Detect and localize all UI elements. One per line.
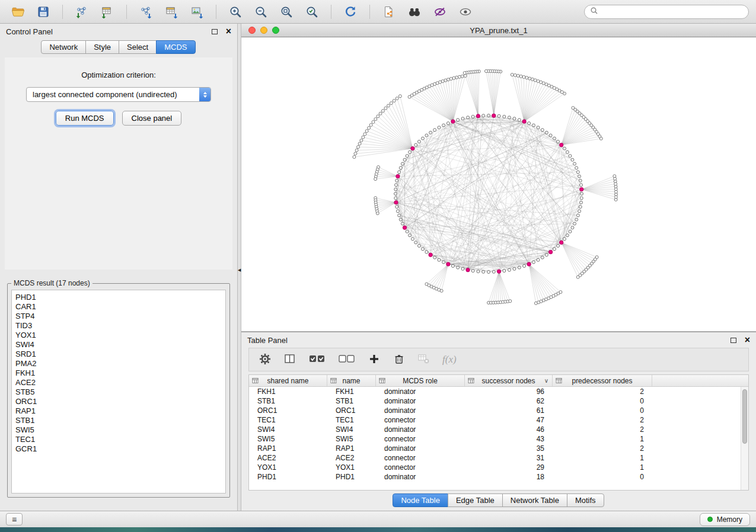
mcds-result-item[interactable]: SWI5 (15, 425, 222, 435)
table-cell[interactable]: STB1 (249, 397, 327, 405)
network-node[interactable] (613, 175, 616, 178)
mcds-result-item[interactable]: YOX1 (15, 331, 222, 340)
network-node[interactable] (457, 266, 460, 269)
table-cell[interactable]: 1 (553, 435, 652, 443)
network-node[interactable] (396, 210, 399, 213)
network-node[interactable] (401, 222, 404, 225)
network-node[interactable] (573, 162, 576, 165)
sort-indicator-icon[interactable]: ∨ (544, 377, 548, 384)
network-node[interactable] (429, 131, 432, 134)
table-cell[interactable]: connector (376, 454, 465, 462)
network-node[interactable] (442, 261, 445, 264)
table-cell[interactable]: RAP1 (249, 444, 327, 453)
network-node[interactable] (580, 184, 583, 187)
network-node[interactable] (369, 123, 372, 126)
mcds-dominator-node[interactable] (560, 241, 563, 244)
network-node[interactable] (508, 116, 511, 119)
network-node[interactable] (455, 76, 458, 79)
network-node[interactable] (376, 212, 379, 215)
table-cell[interactable]: connector (376, 416, 465, 424)
function-builder-button[interactable]: f(x) (442, 354, 457, 366)
mcds-dominator-node[interactable] (560, 143, 563, 146)
zoom-out-button[interactable] (250, 2, 272, 21)
network-node[interactable] (414, 241, 417, 244)
table-cell[interactable]: ORC1 (249, 406, 327, 415)
import-network-button[interactable] (71, 2, 92, 21)
add-column-button[interactable] (368, 352, 381, 367)
mcds-result-item[interactable]: ORC1 (15, 397, 222, 406)
network-node[interactable] (433, 256, 436, 259)
network-node[interactable] (461, 75, 464, 78)
network-node[interactable] (442, 124, 445, 127)
mcds-dominator-node[interactable] (396, 174, 400, 178)
column-visibility-button[interactable] (283, 352, 296, 367)
mcds-result-item[interactable]: STB5 (15, 387, 222, 397)
splitter-collapse-icon[interactable]: ◀ (238, 268, 241, 273)
network-node[interactable] (411, 238, 414, 241)
network-node[interactable] (541, 129, 544, 132)
network-node[interactable] (578, 175, 581, 178)
table-row[interactable]: SWI4SWI4dominator462 (249, 425, 748, 434)
network-node[interactable] (363, 133, 366, 136)
network-node[interactable] (401, 162, 404, 165)
tab-edge-table[interactable]: Edge Table (448, 493, 503, 507)
tab-mcds[interactable]: MCDS (156, 40, 195, 54)
network-node[interactable] (553, 137, 556, 140)
network-share-button[interactable] (378, 2, 400, 21)
network-node[interactable] (438, 258, 441, 261)
network-node[interactable] (482, 114, 485, 117)
network-node[interactable] (484, 70, 487, 73)
network-node[interactable] (403, 158, 406, 161)
mcds-result-item[interactable]: FKH1 (15, 368, 222, 378)
table-cell[interactable]: 35 (465, 444, 553, 453)
delete-table-button[interactable] (417, 352, 430, 367)
scrollbar-thumb[interactable] (742, 389, 747, 444)
table-cell[interactable]: 2 (553, 387, 652, 396)
table-cell[interactable]: YOX1 (249, 463, 327, 472)
network-node[interactable] (433, 129, 436, 132)
network-node[interactable] (497, 114, 500, 117)
tab-select[interactable]: Select (119, 40, 157, 54)
table-cell[interactable]: 0 (553, 397, 652, 405)
mcds-result-item[interactable]: TID3 (15, 321, 222, 331)
mcds-dominator-node[interactable] (446, 262, 450, 266)
network-node[interactable] (440, 289, 443, 292)
network-node[interactable] (451, 264, 454, 267)
mcds-dominator-node[interactable] (580, 187, 583, 191)
close-table-panel-icon[interactable]: × (745, 335, 750, 345)
network-node[interactable] (394, 197, 397, 200)
network-node[interactable] (461, 117, 464, 120)
column-header-successor-nodes[interactable]: successor nodes∨ (465, 375, 553, 386)
table-cell[interactable]: dominator (376, 425, 465, 434)
network-node[interactable] (579, 206, 582, 209)
table-row[interactable]: PHD1PHD1dominator180 (249, 472, 748, 482)
find-button[interactable] (404, 2, 425, 21)
mcds-dominator-node[interactable] (522, 120, 526, 123)
network-node[interactable] (399, 166, 402, 169)
tab-node-table[interactable]: Node Table (393, 493, 448, 507)
network-node[interactable] (571, 158, 574, 161)
network-node[interactable] (393, 100, 395, 102)
table-cell[interactable]: SWI4 (327, 425, 376, 434)
network-node[interactable] (409, 150, 412, 153)
mcds-dominator-node[interactable] (411, 146, 414, 150)
network-node[interactable] (595, 256, 598, 259)
mcds-result-item[interactable]: STB1 (15, 416, 222, 425)
network-node[interactable] (461, 267, 464, 270)
table-cell[interactable]: dominator (376, 397, 465, 405)
network-node[interactable] (374, 178, 377, 181)
table-cell[interactable]: dominator (376, 406, 465, 415)
network-node[interactable] (372, 120, 375, 123)
tab-network-table[interactable]: Network Table (502, 493, 567, 507)
network-node[interactable] (471, 115, 474, 118)
mcds-dominator-node[interactable] (466, 268, 470, 271)
network-node[interactable] (417, 244, 420, 247)
network-node[interactable] (559, 291, 562, 294)
column-header-predecessor-nodes[interactable]: predecessor nodes (553, 375, 652, 386)
network-node[interactable] (394, 184, 397, 187)
network-node[interactable] (464, 75, 467, 78)
mcds-result-item[interactable]: GCR1 (15, 444, 222, 454)
apply-layout-button[interactable] (340, 2, 361, 21)
network-node[interactable] (398, 214, 401, 217)
network-node[interactable] (513, 267, 516, 270)
